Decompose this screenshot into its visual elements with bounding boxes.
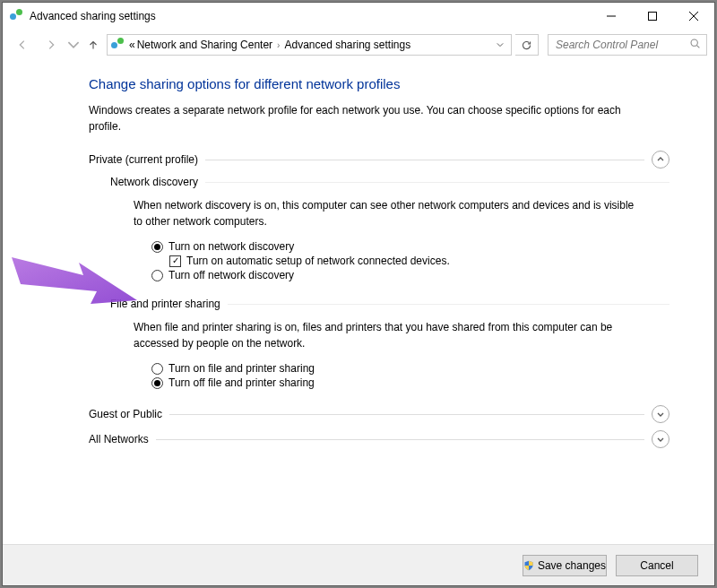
- radio-turn-off-network-discovery[interactable]: Turn off network discovery: [151, 269, 669, 281]
- uac-shield-icon: [523, 560, 534, 571]
- window-title: Advanced sharing settings: [30, 10, 591, 22]
- breadcrumb-overflow[interactable]: «: [129, 39, 135, 51]
- radio-icon: [151, 270, 163, 281]
- search-icon[interactable]: [689, 38, 701, 52]
- checkbox-auto-setup-devices[interactable]: Turn on automatic setup of network conne…: [169, 255, 669, 267]
- network-discovery-options: Turn on network discovery Turn on automa…: [151, 240, 669, 281]
- up-button[interactable]: [83, 33, 103, 56]
- chevron-down-icon[interactable]: [652, 430, 669, 448]
- search-input[interactable]: [554, 38, 689, 52]
- radio-icon: [151, 377, 163, 389]
- content-area: Change sharing options for different net…: [3, 60, 714, 544]
- recent-dropdown[interactable]: [67, 33, 80, 56]
- divider: [169, 414, 644, 415]
- breadcrumb[interactable]: « Network and Sharing Center › Advanced …: [107, 34, 512, 56]
- svg-point-4: [691, 39, 697, 46]
- subsection-file-printer-sharing: File and printer sharing: [110, 298, 669, 310]
- subsection-title: File and printer sharing: [110, 298, 220, 310]
- divider: [156, 439, 644, 440]
- radio-turn-off-file-printer[interactable]: Turn off file and printer sharing: [151, 376, 669, 389]
- button-label: Cancel: [640, 559, 673, 572]
- radio-label: Turn off network discovery: [168, 269, 294, 281]
- close-button[interactable]: [673, 3, 714, 30]
- section-private[interactable]: Private (current profile): [89, 151, 669, 169]
- section-label: All Networks: [89, 433, 149, 445]
- radio-turn-on-network-discovery[interactable]: Turn on network discovery: [151, 240, 669, 253]
- checkbox-label: Turn on automatic setup of network conne…: [186, 255, 450, 267]
- file-printer-options: Turn on file and printer sharing Turn of…: [151, 362, 669, 389]
- chevron-up-icon[interactable]: [652, 151, 669, 169]
- explorer-nav-row: « Network and Sharing Center › Advanced …: [3, 30, 714, 60]
- radio-label: Turn off file and printer sharing: [168, 376, 315, 389]
- divider: [205, 160, 644, 160]
- checkbox-icon: [169, 255, 181, 267]
- section-guest-public[interactable]: Guest or Public: [89, 405, 669, 423]
- svg-rect-1: [649, 13, 657, 21]
- radio-label: Turn on file and printer sharing: [168, 362, 315, 375]
- cancel-button[interactable]: Cancel: [616, 555, 698, 576]
- breadcrumb-item[interactable]: Network and Sharing Center: [137, 39, 272, 51]
- divider: [205, 182, 669, 183]
- subsection-title: Network discovery: [110, 176, 198, 188]
- section-label: Guest or Public: [89, 408, 162, 420]
- save-changes-button[interactable]: Save changes: [523, 555, 607, 576]
- section-label: Private (current profile): [89, 153, 198, 166]
- radio-icon: [151, 241, 163, 253]
- network-discovery-description: When network discovery is on, this compu…: [134, 197, 635, 229]
- chevron-right-icon: ›: [274, 40, 282, 50]
- section-all-networks[interactable]: All Networks: [89, 430, 669, 448]
- svg-line-5: [697, 46, 700, 48]
- page-title: Change sharing options for different net…: [89, 76, 669, 91]
- subsection-network-discovery: Network discovery: [110, 176, 669, 188]
- radio-label: Turn on network discovery: [168, 240, 294, 253]
- page-description: Windows creates a separate network profi…: [89, 102, 635, 134]
- window: Advanced sharing settings: [2, 2, 715, 586]
- file-printer-description: When file and printer sharing is on, fil…: [134, 319, 635, 351]
- button-label: Save changes: [538, 559, 606, 572]
- back-button[interactable]: [10, 33, 35, 56]
- titlebar: Advanced sharing settings: [3, 3, 714, 30]
- refresh-button[interactable]: [515, 34, 539, 56]
- window-controls: [591, 3, 714, 30]
- search-box[interactable]: [548, 34, 707, 56]
- radio-icon: [151, 363, 163, 375]
- breadcrumb-item[interactable]: Advanced sharing settings: [284, 39, 410, 51]
- divider: [228, 304, 669, 305]
- radio-turn-on-file-printer[interactable]: Turn on file and printer sharing: [151, 362, 669, 375]
- chevron-down-icon[interactable]: [652, 405, 669, 423]
- network-sharing-icon: [111, 38, 125, 52]
- maximize-button[interactable]: [632, 3, 673, 30]
- breadcrumb-dropdown[interactable]: [493, 39, 507, 51]
- footer-bar: Save changes Cancel: [3, 544, 714, 585]
- forward-button[interactable]: [39, 33, 64, 56]
- control-panel-network-icon: [10, 9, 24, 23]
- minimize-button[interactable]: [591, 3, 632, 30]
